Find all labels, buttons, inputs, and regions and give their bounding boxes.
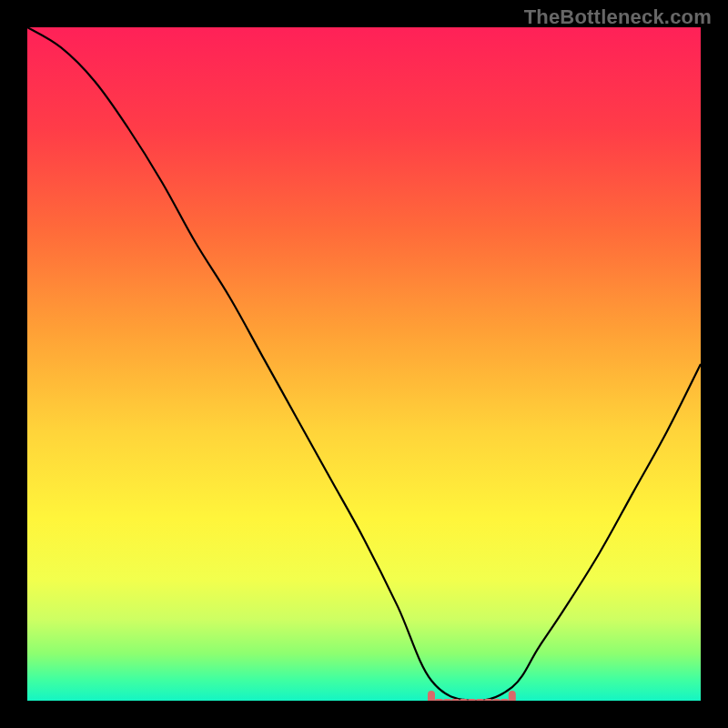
min-marker xyxy=(428,691,435,701)
chart-container: TheBottleneck.com xyxy=(0,0,728,728)
min-marker xyxy=(509,691,516,701)
chart-svg xyxy=(27,27,701,701)
watermark-text: TheBottleneck.com xyxy=(524,5,712,29)
plot-area xyxy=(27,27,701,701)
